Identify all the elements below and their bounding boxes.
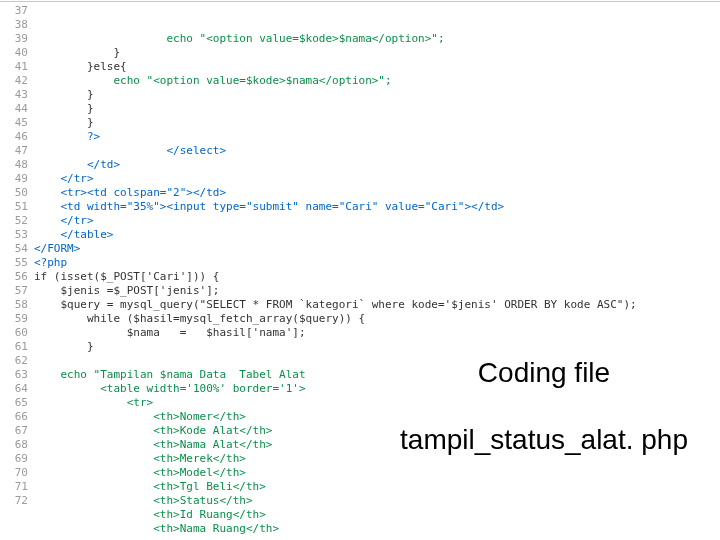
- line-number: 57: [0, 284, 28, 298]
- code-line[interactable]: <tr>: [34, 396, 720, 410]
- code-line[interactable]: <table width='100%' border='1'>: [34, 382, 720, 396]
- code-line[interactable]: </tr>: [34, 214, 720, 228]
- line-number: 45: [0, 116, 28, 130]
- code-line[interactable]: <th>Merek</th>: [34, 452, 720, 466]
- code-line[interactable]: if (isset($_POST['Cari'])) {: [34, 270, 720, 284]
- code-line[interactable]: }: [34, 46, 720, 60]
- code-line[interactable]: echo "<option value=$kode>$nama</option>…: [34, 32, 720, 46]
- code-line[interactable]: }else{: [34, 60, 720, 74]
- line-number: 42: [0, 74, 28, 88]
- code-line[interactable]: }: [34, 340, 720, 354]
- line-number: 46: [0, 130, 28, 144]
- code-line[interactable]: <td width="35%"><input type="submit" nam…: [34, 200, 720, 214]
- line-number: 47: [0, 144, 28, 158]
- code-line[interactable]: <th>Status</th>: [34, 494, 720, 508]
- code-line[interactable]: echo "Tampilan $nama Data Tabel Alat: [34, 368, 720, 382]
- line-number: 48: [0, 158, 28, 172]
- code-line[interactable]: <tr><td colspan="2"></td>: [34, 186, 720, 200]
- line-number: 64: [0, 382, 28, 396]
- code-line[interactable]: </td>: [34, 158, 720, 172]
- code-line[interactable]: }: [34, 88, 720, 102]
- line-number: 70: [0, 466, 28, 480]
- code-line[interactable]: </select>: [34, 144, 720, 158]
- code-line[interactable]: <th>Model</th>: [34, 466, 720, 480]
- line-number: 63: [0, 368, 28, 382]
- line-number: 52: [0, 214, 28, 228]
- code-line[interactable]: ?>: [34, 130, 720, 144]
- line-number: 60: [0, 326, 28, 340]
- line-number: 62: [0, 354, 28, 368]
- line-number: 59: [0, 312, 28, 326]
- code-editor: 3738394041424344454647484950515253545556…: [0, 0, 720, 540]
- code-line[interactable]: <th>Id Ruang</th>: [34, 508, 720, 522]
- line-number: 65: [0, 396, 28, 410]
- code-area[interactable]: echo "<option value=$kode>$nama</option>…: [34, 0, 720, 540]
- line-number: 49: [0, 172, 28, 186]
- code-line[interactable]: <th>Kode Alat</th>: [34, 424, 720, 438]
- code-line[interactable]: }: [34, 116, 720, 130]
- code-line[interactable]: </table>: [34, 228, 720, 242]
- line-number: 72: [0, 494, 28, 508]
- line-number: 68: [0, 438, 28, 452]
- code-line[interactable]: while ($hasil=mysql_fetch_array($query))…: [34, 312, 720, 326]
- line-number: 55: [0, 256, 28, 270]
- line-number: 54: [0, 242, 28, 256]
- line-number: 50: [0, 186, 28, 200]
- line-number: 67: [0, 424, 28, 438]
- line-number: 51: [0, 200, 28, 214]
- line-number: 61: [0, 340, 28, 354]
- line-number: 37: [0, 4, 28, 18]
- line-number-gutter: 3738394041424344454647484950515253545556…: [0, 0, 34, 540]
- line-number: 39: [0, 32, 28, 46]
- line-number: 38: [0, 18, 28, 32]
- line-number: 56: [0, 270, 28, 284]
- line-number: 43: [0, 88, 28, 102]
- code-line[interactable]: $nama = $hasil['nama'];: [34, 326, 720, 340]
- line-number: 44: [0, 102, 28, 116]
- code-line[interactable]: $query = mysql_query("SELECT * FROM `kat…: [34, 298, 720, 312]
- line-number: 41: [0, 60, 28, 74]
- line-number: 40: [0, 46, 28, 60]
- code-line[interactable]: </tr>: [34, 172, 720, 186]
- code-line[interactable]: echo "<option value=$kode>$nama</option>…: [34, 74, 720, 88]
- code-line[interactable]: <th>Nama Ruang</th>: [34, 522, 720, 536]
- line-number: 71: [0, 480, 28, 494]
- line-number: 66: [0, 410, 28, 424]
- code-line[interactable]: $jenis =$_POST['jenis'];: [34, 284, 720, 298]
- code-line[interactable]: <th>Nomer</th>: [34, 410, 720, 424]
- code-line[interactable]: [34, 354, 720, 368]
- code-line[interactable]: </FORM>: [34, 242, 720, 256]
- line-number: 58: [0, 298, 28, 312]
- line-number: 69: [0, 452, 28, 466]
- code-line[interactable]: }: [34, 102, 720, 116]
- line-number: 53: [0, 228, 28, 242]
- code-line[interactable]: <th>Nama Alat</th>: [34, 438, 720, 452]
- code-line[interactable]: <th>Tgl Beli</th>: [34, 480, 720, 494]
- code-line[interactable]: <?php: [34, 256, 720, 270]
